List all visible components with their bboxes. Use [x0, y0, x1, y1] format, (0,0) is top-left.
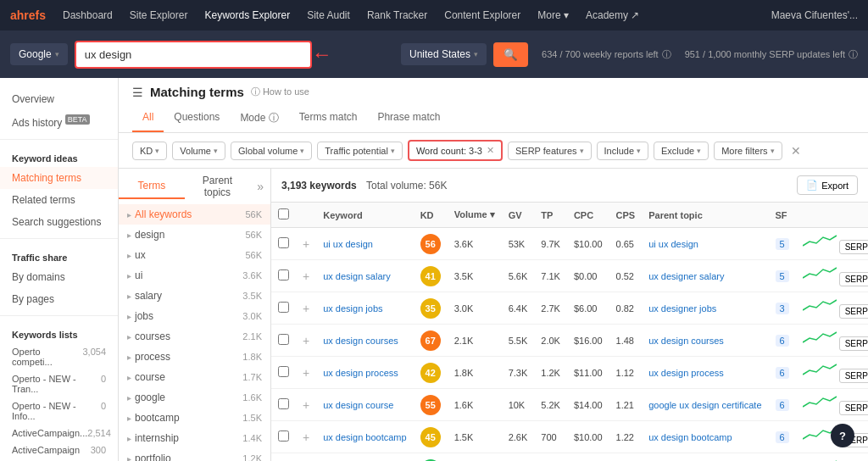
serp-button[interactable]: SERP ▾ — [839, 401, 868, 415]
nav-academy[interactable]: Academy ↗ — [579, 6, 646, 25]
sidebar-item-ads-history[interactable]: Ads history BETA — [0, 110, 118, 134]
hamburger-icon[interactable]: ☰ — [132, 86, 143, 99]
row-checkbox[interactable] — [278, 398, 289, 409]
category-jobs[interactable]: ▸ jobs 3.0K — [119, 306, 270, 326]
parent-topic-link[interactable]: google ux design certificate — [648, 400, 761, 410]
category-design[interactable]: ▸ design 56K — [119, 225, 270, 245]
row-checkbox[interactable] — [278, 269, 289, 280]
sidebar-item-matching-terms[interactable]: Matching terms — [0, 167, 118, 189]
serp-button[interactable]: SERP ▾ — [839, 336, 868, 351]
category-internship[interactable]: ▸ internship 1.4K — [119, 428, 270, 448]
panel-tab-terms[interactable]: Terms — [119, 174, 185, 199]
nav-content-explorer[interactable]: Content Explorer — [437, 6, 527, 25]
row-checkbox[interactable] — [278, 430, 289, 442]
engine-select[interactable]: Google ▾ — [10, 43, 68, 65]
col-gv[interactable]: GV — [502, 203, 535, 228]
nav-rank-tracker[interactable]: Rank Tracker — [360, 6, 434, 25]
add-keyword-icon[interactable]: + — [303, 366, 309, 380]
col-cpc[interactable]: CPC — [567, 203, 609, 228]
tab-questions[interactable]: Questions — [164, 106, 230, 132]
row-checkbox[interactable] — [278, 334, 289, 345]
sidebar-list-operto-info[interactable]: Operto - NEW - Info...0 — [0, 397, 118, 425]
keyword-link[interactable]: ux design course — [323, 400, 393, 410]
add-keyword-icon[interactable]: + — [303, 334, 309, 347]
category-bootcamp[interactable]: ▸ bootcamp 1.5K — [119, 408, 270, 428]
serp-button[interactable]: SERP ▾ — [839, 240, 868, 254]
sidebar-list-activecampaign-1[interactable]: ActiveCampaign...2,514 — [0, 425, 118, 442]
serp-button[interactable]: SERP ▾ — [839, 272, 868, 286]
category-process[interactable]: ▸ process 1.8K — [119, 347, 270, 367]
sidebar-item-related-terms[interactable]: Related terms — [0, 189, 118, 211]
category-salary[interactable]: ▸ salary 3.5K — [119, 286, 270, 306]
row-checkbox[interactable] — [278, 302, 289, 313]
tab-phrase-match[interactable]: Phrase match — [367, 106, 450, 132]
parent-topic-link[interactable]: ux designer salary — [648, 271, 724, 281]
sidebar-item-search-suggestions[interactable]: Search suggestions — [0, 211, 118, 233]
col-volume[interactable]: Volume ▾ — [448, 203, 502, 228]
serp-button[interactable]: SERP ▾ — [839, 304, 868, 319]
select-all-checkbox[interactable] — [278, 208, 289, 219]
panel-tab-parent-topics[interactable]: Parent topics — [185, 169, 251, 204]
tab-all[interactable]: All — [132, 106, 164, 132]
keyword-link[interactable]: ux design salary — [323, 271, 391, 281]
word-count-close-icon[interactable]: ✕ — [487, 145, 494, 156]
add-keyword-icon[interactable]: + — [303, 269, 309, 283]
filter-global-volume[interactable]: Global volume ▾ — [231, 142, 312, 160]
parent-topic-link[interactable]: ux design bootcamp — [648, 432, 732, 442]
how-to-use-link[interactable]: ⓘ How to use — [251, 86, 309, 98]
filter-traffic-potential[interactable]: Traffic potential ▾ — [317, 142, 403, 160]
tab-mode[interactable]: Mode ⓘ — [230, 106, 288, 132]
panel-collapse-icon[interactable]: » — [250, 175, 270, 198]
filter-include[interactable]: Include ▾ — [597, 142, 648, 160]
search-button[interactable]: 🔍 — [493, 42, 528, 67]
filters-clear-icon[interactable]: ✕ — [791, 144, 801, 158]
col-parent-topic[interactable]: Parent topic — [642, 203, 768, 228]
category-course[interactable]: ▸ course 1.7K — [119, 367, 270, 387]
category-portfolio[interactable]: ▸ portfolio 1.2K — [119, 448, 270, 461]
row-checkbox[interactable] — [278, 237, 289, 248]
nav-site-audit[interactable]: Site Audit — [300, 6, 357, 25]
parent-topic-link[interactable]: ux design courses — [648, 336, 724, 346]
add-keyword-icon[interactable]: + — [303, 398, 309, 412]
filter-kd[interactable]: KD ▾ — [132, 142, 167, 160]
sidebar-list-activecampaign-2[interactable]: ActiveCampaign -...300 — [0, 442, 118, 461]
filter-volume[interactable]: Volume ▾ — [172, 142, 225, 160]
keyword-link[interactable]: ux design bootcamp — [323, 432, 406, 442]
parent-topic-link[interactable]: ui ux design — [648, 239, 698, 249]
country-select[interactable]: United States ▾ — [401, 43, 487, 65]
nav-site-explorer[interactable]: Site Explorer — [123, 6, 195, 25]
keyword-link[interactable]: ux design jobs — [323, 303, 382, 314]
category-all-keywords[interactable]: ▸ All keywords 56K — [119, 204, 270, 225]
category-google[interactable]: ▸ google 1.6K — [119, 387, 270, 408]
keyword-link[interactable]: ux design process — [323, 368, 398, 378]
nav-keywords-explorer[interactable]: Keywords Explorer — [198, 6, 297, 25]
sidebar-list-operto-competi[interactable]: Operto competi...3,054 — [0, 343, 118, 370]
keyword-link[interactable]: ux design courses — [323, 336, 398, 346]
filter-more[interactable]: More filters ▾ — [714, 142, 782, 160]
col-kd[interactable]: KD — [414, 203, 448, 228]
add-keyword-icon[interactable]: + — [303, 430, 309, 444]
parent-topic-link[interactable]: ux designer jobs — [648, 303, 716, 314]
col-keyword[interactable]: Keyword — [316, 203, 413, 228]
filter-word-count[interactable]: Word count: 3-3 ✕ — [408, 140, 503, 161]
help-button[interactable]: ? — [831, 424, 854, 447]
category-ui[interactable]: ▸ ui 3.6K — [119, 265, 270, 286]
export-button[interactable]: 📄 Export — [797, 175, 858, 195]
sidebar-item-by-pages[interactable]: By pages — [0, 288, 118, 310]
col-cps[interactable]: CPS — [609, 203, 643, 228]
keyword-search-input[interactable] — [75, 41, 312, 69]
parent-topic-link[interactable]: ux design process — [648, 368, 724, 378]
sidebar-item-by-domains[interactable]: By domains — [0, 266, 118, 288]
sidebar-list-operto-tran[interactable]: Operto - NEW - Tran...0 — [0, 370, 118, 397]
col-sf[interactable]: SF — [769, 203, 796, 228]
add-keyword-icon[interactable]: + — [303, 237, 309, 251]
serp-button[interactable]: SERP ▾ — [839, 369, 868, 383]
keyword-link[interactable]: ui ux design — [323, 239, 373, 249]
nav-dashboard[interactable]: Dashboard — [56, 6, 120, 25]
category-courses[interactable]: ▸ courses 2.1K — [119, 326, 270, 347]
filter-serp-features[interactable]: SERP features ▾ — [508, 142, 592, 160]
nav-more[interactable]: More ▾ — [531, 6, 576, 25]
filter-exclude[interactable]: Exclude ▾ — [654, 142, 709, 160]
add-keyword-icon[interactable]: + — [303, 302, 309, 315]
tab-terms-match[interactable]: Terms match — [289, 106, 368, 132]
